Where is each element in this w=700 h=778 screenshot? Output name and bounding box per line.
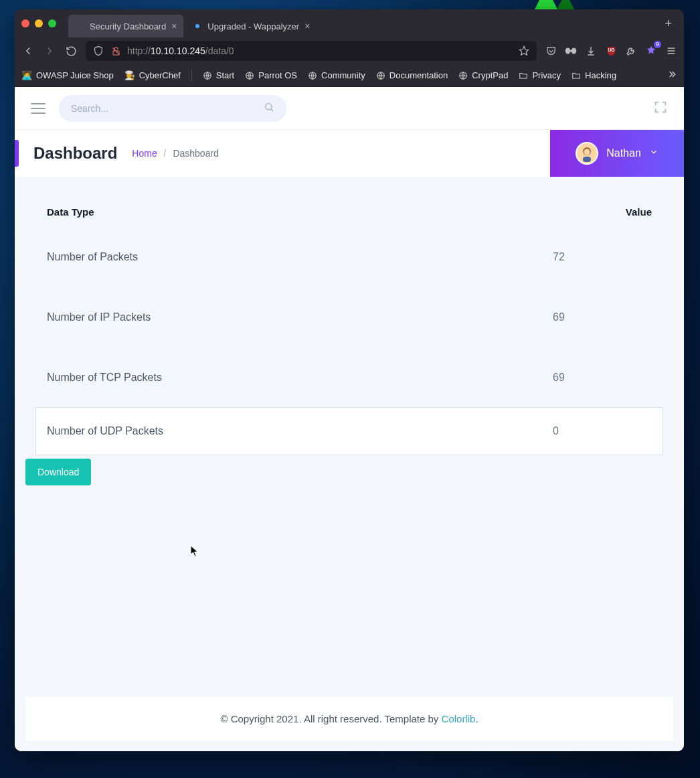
bookmark-item[interactable]: Parrot OS (245, 70, 297, 80)
bookmark-label: Documentation (389, 70, 448, 80)
bookmark-label: Start (216, 70, 234, 80)
main-body: Data Type Value Number of Packets72Numbe… (15, 177, 684, 751)
url-scheme: http:// (127, 46, 151, 56)
user-name: Nathan (606, 147, 641, 159)
user-menu[interactable]: Nathan (550, 130, 684, 177)
bookmark-label: OWASP Juice Shop (36, 70, 114, 80)
table-row[interactable]: Number of UDP Packets0 (36, 408, 663, 455)
forward-button[interactable] (43, 44, 56, 58)
app-topbar (15, 87, 684, 130)
col-value: Value (542, 197, 663, 227)
bookmark-item[interactable]: Start (203, 70, 234, 80)
data-table: Data Type Value Number of Packets72Numbe… (36, 197, 663, 455)
bookmark-item[interactable]: Privacy (519, 70, 561, 80)
svg-point-17 (266, 103, 272, 109)
bookmark-label: Hacking (585, 70, 616, 80)
insecure-lock-icon[interactable] (110, 45, 122, 57)
svg-point-21 (584, 149, 590, 155)
breadcrumb: Home / Dashboard (132, 148, 219, 159)
new-tab-button[interactable]: + (659, 17, 677, 31)
footer-link[interactable]: Colorlib (442, 713, 476, 724)
footer: © Copyright 2021. All right reserved. Te… (25, 697, 673, 741)
data-table-wrap: Data Type Value Number of Packets72Numbe… (25, 177, 673, 455)
tab-favicon (193, 21, 202, 31)
table-row[interactable]: Number of IP Packets69 (36, 287, 663, 347)
url-text[interactable]: http://10.10.10.245/data/0 (127, 46, 513, 56)
tab-title: Security Dashboard (90, 21, 166, 31)
col-data-type: Data Type (36, 197, 542, 227)
breadcrumb-separator: / (164, 148, 167, 159)
bookmark-item[interactable]: 👩‍💻OWASP Juice Shop (21, 70, 114, 80)
extension-icon[interactable]: 9 (645, 45, 657, 57)
reload-button[interactable] (64, 44, 78, 58)
page-header: Dashboard Home / Dashboard Nathan (15, 130, 684, 177)
cursor-icon (190, 545, 199, 557)
maximize-window-button[interactable] (48, 19, 56, 27)
bookmark-item[interactable]: Hacking (572, 70, 616, 80)
menu-toggle-button[interactable] (31, 103, 46, 114)
table-row[interactable]: Number of Packets72 (36, 227, 663, 287)
browser-tab[interactable]: Security Dashboard× (68, 15, 183, 37)
pocket-icon[interactable] (545, 45, 557, 57)
svg-rect-22 (583, 157, 591, 162)
devtools-icon[interactable] (625, 45, 637, 57)
download-icon[interactable] (585, 45, 597, 57)
table-row[interactable]: Number of TCP Packets69 (36, 347, 663, 408)
navbar: http://10.10.10.245/data/0 UO 9 (15, 37, 684, 64)
svg-line-18 (271, 109, 273, 111)
chevron-down-icon (649, 147, 659, 159)
bookmark-label: Community (321, 70, 365, 80)
tab-close-button[interactable]: × (304, 21, 310, 31)
search-input[interactable] (71, 103, 264, 114)
fullscreen-icon[interactable] (653, 100, 668, 117)
row-label: Number of UDP Packets (36, 408, 542, 455)
row-value: 72 (542, 227, 663, 287)
row-value: 0 (542, 408, 663, 455)
ublock-icon[interactable]: UO (605, 45, 617, 57)
bookmark-separator (191, 70, 192, 82)
tab-close-button[interactable]: × (171, 21, 177, 31)
bookmarks-overflow-button[interactable] (667, 69, 677, 82)
shield-icon[interactable] (92, 45, 104, 57)
url-bar[interactable]: http://10.10.10.245/data/0 (86, 41, 537, 61)
svg-rect-7 (570, 50, 573, 52)
bookmark-item[interactable]: 👩‍🍳CyberChef (124, 70, 181, 80)
bookmark-item[interactable]: Community (308, 70, 365, 80)
mask-icon[interactable] (565, 45, 577, 57)
close-window-button[interactable] (21, 19, 29, 27)
app-menu-button[interactable] (665, 45, 677, 57)
search-icon[interactable] (264, 102, 274, 115)
bookmark-label: Privacy (532, 70, 561, 80)
avatar (576, 142, 598, 165)
page-content: Dashboard Home / Dashboard Nathan (15, 87, 684, 751)
bookmarks-bar: 👩‍💻OWASP Juice Shop👩‍🍳CyberChefStartParr… (15, 64, 684, 87)
extension-badge: 9 (654, 41, 661, 48)
url-host: 10.10.10.245 (151, 46, 205, 56)
bookmark-label: CryptPad (472, 70, 508, 80)
row-label: Number of Packets (36, 227, 542, 287)
footer-suffix: . (475, 713, 478, 724)
row-label: Number of IP Packets (36, 287, 542, 347)
bookmark-star-icon[interactable] (518, 45, 530, 57)
row-value: 69 (542, 287, 663, 347)
accent-bar (15, 140, 19, 167)
bookmark-item[interactable]: CryptPad (458, 70, 508, 80)
breadcrumb-current: Dashboard (173, 148, 219, 159)
download-button[interactable]: Download (25, 459, 91, 485)
bookmark-item[interactable]: Documentation (376, 70, 448, 80)
bookmark-label: Parrot OS (258, 70, 297, 80)
footer-text: © Copyright 2021. All right reserved. Te… (220, 713, 441, 724)
search-field[interactable] (59, 95, 286, 122)
minimize-window-button[interactable] (35, 19, 43, 27)
window-controls (21, 19, 56, 27)
row-value: 69 (542, 347, 663, 408)
titlebar: Security Dashboard×Upgraded - Wappalyzer… (15, 9, 684, 37)
row-label: Number of TCP Packets (36, 347, 542, 408)
tab-title: Upgraded - Wappalyzer (207, 21, 299, 31)
page-title: Dashboard (33, 144, 117, 163)
url-path: /data/0 (205, 46, 234, 56)
svg-marker-4 (519, 46, 528, 55)
breadcrumb-home-link[interactable]: Home (132, 148, 157, 159)
browser-tab[interactable]: Upgraded - Wappalyzer× (186, 15, 317, 37)
back-button[interactable] (21, 44, 35, 58)
